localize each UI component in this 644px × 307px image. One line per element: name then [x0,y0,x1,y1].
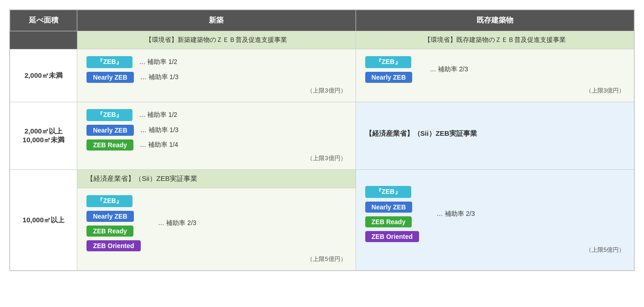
row3-col2-badge-nearly: Nearly ZEB [365,202,419,213]
badge-zeb-2: 『ZEB』 [365,56,411,68]
row3-col1-badge-ready: ZEB Ready [86,226,140,237]
row3-col1-header: 【経済産業省】（Sii）ZEB実証事業 [77,170,355,188]
row1-col1-rate-zeb: … 補助率 1/2 [139,58,177,66]
row3-col2-rate: … 補助率 2/3 [437,210,475,217]
row2-col1-limit: （上限3億円） [86,154,346,162]
row-under-2000: 2,000㎡未満 『ZEB』 … 補助率 1/2 Nearly ZEB … 補助… [10,49,634,102]
header-row: 延べ面積 新築 既存建築物 [10,10,634,31]
row2-col2-title: 【経済産業省】（Sii）ZEB実証事業 [365,129,625,138]
badge-oriented-1: ZEB Oriented [86,240,140,251]
subheader-col1: 【環境省】新築建築物のＺＥＢ普及促進支援事業 [77,31,356,49]
row2-col2: 【経済産業省】（Sii）ZEB実証事業 [356,102,634,170]
badge-zeb-1: 『ZEB』 [86,56,132,68]
badge-nearly-4: Nearly ZEB [86,211,134,222]
row1-col2-limit: （上限3億円） [365,87,625,95]
row3-col1-content: 『ZEB』 Nearly ZEB ZEB Ready ZEB Oriented [77,188,355,270]
badge-oriented-2: ZEB Oriented [365,231,419,242]
badge-nearly-5: Nearly ZEB [365,202,413,213]
badge-nearly-2: Nearly ZEB [365,72,413,83]
row2-col1-rate-nearly: … 補助率 1/3 [140,126,178,134]
row3-col1-rate: … 補助率 2/3 [158,219,196,226]
badge-zeb-5: 『ZEB』 [365,186,411,198]
row2-col1: 『ZEB』 … 補助率 1/2 Nearly ZEB … 補助率 1/3 ZEB… [77,102,356,170]
badge-ready-3: ZEB Ready [365,216,412,227]
row1-col2-rate: … 補助率 2/3 [430,65,468,73]
subheader-row: 【環境省】新築建築物のＺＥＢ普及促進支援事業 【環境省】既存建築物のＺＥＢ普及促… [10,31,634,49]
row2-col1-rate-zeb: … 補助率 1/2 [139,111,177,119]
row3-col2: 『ZEB』 Nearly ZEB ZEB Ready ZEB Oriented [356,170,634,271]
badge-nearly-1: Nearly ZEB [86,72,134,83]
main-table-wrapper: 延べ面積 新築 既存建築物 【環境省】新築建築物のＺＥＢ普及促進支援事業 【環境… [9,9,635,271]
row-2000-10000: 2,000㎡以上 10,000㎡未満 『ZEB』 … 補助率 1/2 Nearl… [10,102,634,170]
badge-nearly-3: Nearly ZEB [86,125,134,136]
row3-col2-badge-oriented: ZEB Oriented [365,231,419,242]
row1-col1-limit: （上限3億円） [86,87,346,95]
header-col1: 新築 [77,10,356,31]
row1-col1-rate-nearly: … 補助率 1/3 [140,73,178,81]
row1-col1-badge-nearly: Nearly ZEB … 補助率 1/3 [86,72,346,83]
row3-col1: 【経済産業省】（Sii）ZEB実証事業 『ZEB』 Nearly ZEB [77,170,356,271]
row2-label: 2,000㎡以上 10,000㎡未満 [10,102,77,170]
badge-ready-1: ZEB Ready [86,139,133,151]
row1-col1: 『ZEB』 … 補助率 1/2 Nearly ZEB … 補助率 1/3 （上限… [77,49,356,102]
row3-col1-badge-nearly: Nearly ZEB [86,211,140,222]
row1-col2-badge-nearly: Nearly ZEB [365,72,413,83]
row1-col1-badge-zeb: 『ZEB』 … 補助率 1/2 [86,56,346,68]
row-over-10000: 10,000㎡以上 【経済産業省】（Sii）ZEB実証事業 『ZEB』 Near… [10,170,634,271]
badge-ready-2: ZEB Ready [86,226,133,237]
row3-label: 10,000㎡以上 [10,170,77,271]
header-col2: 既存建築物 [356,10,634,31]
row2-col1-badge-nearly: Nearly ZEB … 補助率 1/3 [86,125,346,136]
row3-col2-badge-ready: ZEB Ready [365,216,419,227]
row3-col1-badge-zeb: 『ZEB』 [86,195,140,207]
badge-zeb-4: 『ZEB』 [86,195,132,207]
row3-col2-limit: （上限5億円） [365,246,625,254]
row2-col1-badge-ready: ZEB Ready … 補助率 1/4 [86,139,346,151]
header-row-label: 延べ面積 [10,10,77,31]
row3-col1-badge-oriented: ZEB Oriented [86,240,140,251]
row1-col2: 『ZEB』 Nearly ZEB … 補助率 2/3 （上限3億円） [356,49,634,102]
row3-col1-limit: （上限5億円） [86,255,346,263]
row2-col1-badge-zeb: 『ZEB』 … 補助率 1/2 [86,109,346,121]
row2-col1-rate-ready: … 補助率 1/4 [140,141,178,149]
subheader-empty [10,31,77,49]
row3-col2-badge-zeb: 『ZEB』 [365,186,419,198]
badge-zeb-3: 『ZEB』 [86,109,132,121]
row1-col2-badge-zeb: 『ZEB』 [365,56,413,68]
subheader-col2: 【環境省】既存建築物のＺＥＢ普及促進支援事業 [356,31,634,49]
row1-label: 2,000㎡未満 [10,49,77,102]
